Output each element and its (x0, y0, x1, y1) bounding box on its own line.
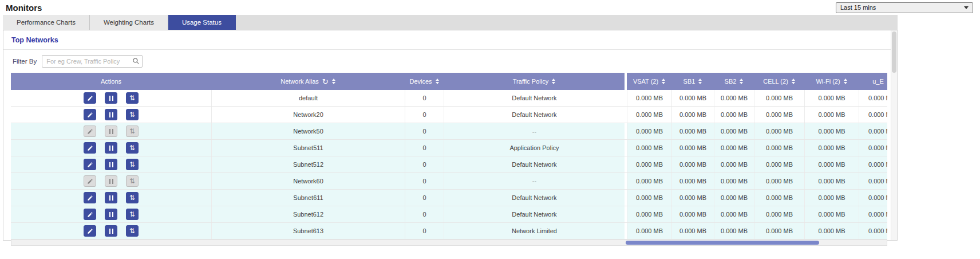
pause-button[interactable] (105, 175, 117, 187)
sort-icons[interactable] (740, 79, 743, 84)
sb2-value-cell: 0.000 MB (714, 156, 754, 172)
column-header-network-alias[interactable]: Network Alias ↻ (211, 73, 405, 90)
edit-button[interactable] (84, 125, 96, 137)
up-down-arrows-icon: ⇅ (129, 227, 135, 234)
vsat-value-cell: 0.000 MB (627, 223, 671, 239)
cell-value-cell: 0.000 MB (754, 156, 804, 172)
content: Performance Charts Weighting Charts Usag… (3, 15, 898, 241)
tab-usage-status[interactable]: Usage Status (168, 15, 236, 30)
vsat-value-cell: 0.000 MB (627, 190, 671, 206)
edit-button[interactable] (84, 109, 96, 120)
actions-cell: ⇅ (11, 123, 211, 139)
pause-button[interactable] (105, 209, 117, 220)
traffic-shaping-button[interactable]: ⇅ (126, 192, 139, 203)
pause-icon (109, 146, 113, 151)
traffic-policy-cell: Default Network (444, 190, 625, 206)
traffic-policy-cell: -- (444, 173, 625, 189)
cell-value-cell: 0.000 MB (754, 123, 804, 139)
edit-button[interactable] (84, 192, 96, 203)
column-header-wifi[interactable]: Wi-Fi (2) (804, 73, 859, 90)
pause-button[interactable] (105, 142, 117, 154)
tab-weighting-charts[interactable]: Weighting Charts (90, 15, 168, 30)
network-alias-cell: Network50 (211, 123, 405, 139)
edit-button[interactable] (84, 142, 96, 154)
column-header-cell[interactable]: CELL (2) (754, 73, 804, 90)
tab-performance-charts[interactable]: Performance Charts (3, 15, 90, 30)
sort-icons[interactable] (436, 79, 439, 84)
wifi-value-cell: 0.000 MB (804, 206, 859, 222)
sort-icons[interactable] (844, 79, 847, 84)
column-header-ue[interactable]: u_E (859, 73, 887, 90)
refresh-icon[interactable]: ↻ (322, 78, 329, 85)
sb1-value-cell: 0.000 MB (671, 206, 714, 222)
traffic-shaping-button[interactable]: ⇅ (126, 175, 139, 187)
top-networks-table: Actions Network Alias ↻ Devices Traf (11, 73, 887, 246)
edit-button[interactable] (84, 209, 96, 220)
pause-button[interactable] (105, 109, 117, 120)
filter-input[interactable] (42, 55, 143, 68)
edit-button[interactable] (84, 159, 96, 170)
sort-icons[interactable] (698, 79, 702, 84)
sort-icons[interactable] (332, 79, 335, 84)
sort-icons[interactable] (662, 79, 665, 84)
up-down-arrows-icon: ⇅ (129, 211, 135, 218)
vsat-value-cell: 0.000 MB (627, 173, 671, 189)
table-row: ⇅ default 0 Default Network 0.000 MB 0.0… (11, 90, 887, 107)
pause-icon (109, 212, 113, 217)
traffic-shaping-button[interactable]: ⇅ (126, 109, 139, 120)
pause-button[interactable] (105, 225, 117, 237)
pause-button[interactable] (105, 92, 117, 104)
column-header-sb2[interactable]: SB2 (714, 73, 754, 90)
traffic-policy-cell: Default Network (444, 206, 625, 222)
vertical-scrollbar-thumb[interactable] (892, 32, 896, 73)
column-header-sb1[interactable]: SB1 (671, 73, 714, 90)
column-header-vsat[interactable]: VSAT (2) (627, 73, 671, 90)
sb1-value-cell: 0.000 MB (671, 107, 714, 123)
traffic-shaping-button[interactable]: ⇅ (126, 92, 139, 104)
edit-button[interactable] (84, 175, 96, 187)
edit-button[interactable] (84, 92, 96, 104)
search-icon (132, 57, 140, 65)
sb2-value-cell: 0.000 MB (714, 223, 754, 239)
ue-value-cell: 0.000 MB (859, 206, 887, 222)
wifi-value-cell: 0.000 MB (804, 107, 859, 123)
vertical-scrollbar[interactable] (891, 30, 897, 240)
traffic-shaping-button[interactable]: ⇅ (126, 142, 139, 154)
ue-value-cell: 0.000 MB (859, 223, 887, 239)
vsat-value-cell: 0.000 MB (627, 107, 671, 123)
horizontal-scrollbar[interactable] (11, 240, 887, 246)
time-range-value: Last 15 mins (840, 4, 876, 11)
pause-button[interactable] (105, 159, 117, 170)
vsat-value-cell: 0.000 MB (627, 156, 671, 172)
column-header-devices[interactable]: Devices (405, 73, 444, 90)
horizontal-scrollbar-thumb[interactable] (626, 241, 819, 245)
pause-button[interactable] (105, 192, 117, 203)
table-row: ⇅ Subnet613 0 Network Limited 0.000 MB 0… (11, 223, 887, 240)
edit-button[interactable] (84, 225, 96, 237)
cell-value-cell: 0.000 MB (754, 107, 804, 123)
traffic-policy-cell: Default Network (444, 156, 625, 172)
traffic-shaping-button[interactable]: ⇅ (126, 125, 139, 137)
traffic-shaping-button[interactable]: ⇅ (126, 159, 139, 170)
table-body: ⇅ default 0 Default Network 0.000 MB 0.0… (11, 90, 887, 240)
sort-icons[interactable] (552, 79, 555, 84)
column-header-traffic-policy[interactable]: Traffic Policy (444, 73, 625, 90)
time-range-select[interactable]: Last 15 mins (836, 2, 973, 13)
traffic-policy-cell: Application Policy (444, 140, 625, 156)
edit-icon (87, 228, 93, 234)
traffic-shaping-button[interactable]: ⇅ (126, 209, 139, 220)
sb2-value-cell: 0.000 MB (714, 90, 754, 106)
up-down-arrows-icon: ⇅ (129, 128, 135, 135)
devices-cell: 0 (405, 90, 444, 106)
edit-icon (87, 195, 93, 201)
traffic-shaping-button[interactable]: ⇅ (126, 225, 139, 237)
wifi-value-cell: 0.000 MB (804, 156, 859, 172)
network-alias-cell: Subnet512 (211, 156, 405, 172)
sort-icons[interactable] (792, 79, 795, 84)
network-alias-cell: Subnet611 (211, 190, 405, 206)
ue-value-cell: 0.000 MB (859, 107, 887, 123)
top-networks-panel: Top Networks Filter By Actions (3, 30, 898, 241)
pause-icon (109, 179, 113, 184)
pause-button[interactable] (105, 125, 117, 137)
sb2-value-cell: 0.000 MB (714, 173, 754, 189)
